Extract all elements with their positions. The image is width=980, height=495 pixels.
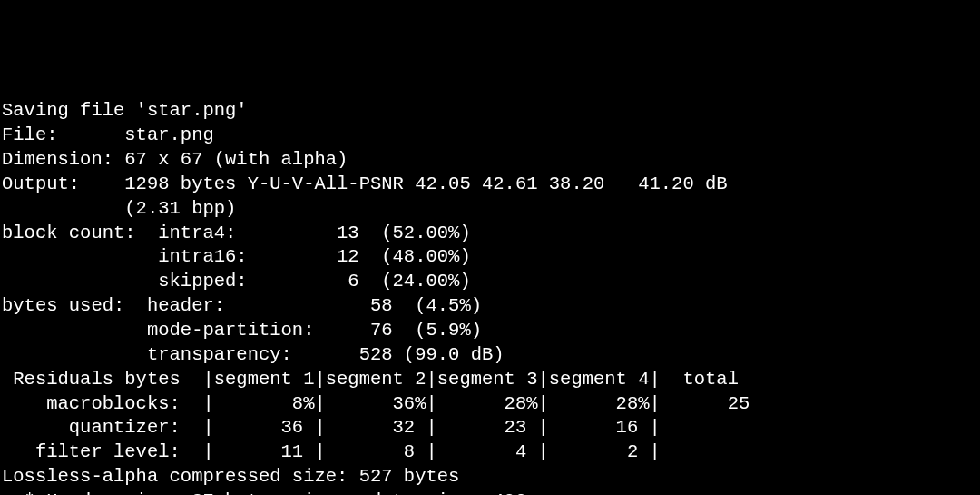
line-output: Output: 1298 bytes Y-U-V-All-PSNR 42.05 … (2, 173, 728, 194)
line-quantizer: quantizer: | 36 | 32 | 23 | 16 | (2, 417, 661, 438)
line-file: File: star.png (2, 124, 214, 145)
line-header-size: * Header size: 37 bytes, image data size… (2, 490, 526, 495)
line-bytes-transparency: transparency: 528 (99.0 dB) (2, 344, 505, 365)
line-bytes-mode: mode-partition: 76 (5.9%) (2, 320, 482, 341)
line-block-intra16: intra16: 12 (48.00%) (2, 246, 471, 267)
terminal-output: Saving file 'star.png' File: star.png Di… (0, 97, 980, 495)
line-block-skipped: skipped: 6 (24.00%) (2, 271, 471, 292)
line-lossless: Lossless-alpha compressed size: 527 byte… (2, 466, 459, 487)
line-macroblocks: macroblocks: | 8%| 36%| 28%| 28%| 25 (2, 393, 750, 414)
line-dimension: Dimension: 67 x 67 (with alpha) (2, 149, 348, 170)
line-bytes-header: bytes used: header: 58 (4.5%) (2, 295, 482, 316)
line-bpp: (2.31 bpp) (2, 198, 236, 219)
line-block-intra4: block count: intra4: 13 (52.00%) (2, 223, 471, 243)
line-saving: Saving file 'star.png' (2, 100, 248, 121)
line-filter-level: filter level: | 11 | 8 | 4 | 2 | (2, 441, 661, 462)
line-residuals-header: Residuals bytes |segment 1|segment 2|seg… (2, 369, 739, 390)
